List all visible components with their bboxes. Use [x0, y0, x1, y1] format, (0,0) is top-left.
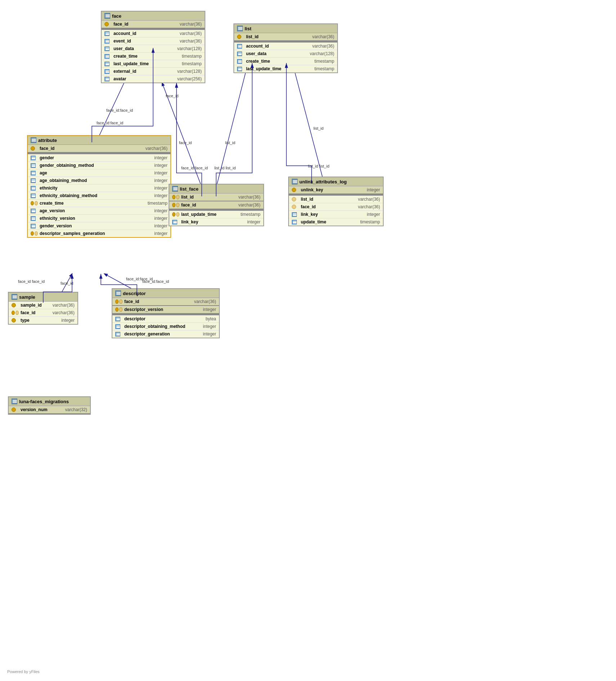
- field-row-list-user-data: user_data varchar(128): [234, 50, 337, 58]
- label-lf-list: list_id list_id: [214, 166, 236, 170]
- field-row-age-obtaining-method: age_obtaining_method integer: [28, 177, 170, 184]
- field-type-version-num: varchar(32): [65, 407, 87, 412]
- field-row-avatar: avatar varchar(256): [102, 75, 205, 83]
- pk-icon: [104, 22, 112, 26]
- field-row-attr-create-time: create_time timestamp: [28, 200, 170, 207]
- table-title-list-face: list_face: [180, 186, 198, 192]
- field-type-desc-face-id: varchar(36): [194, 299, 216, 304]
- field-row-gender-obtaining-method: gender_obtaining_method integer: [28, 162, 170, 169]
- table-icon-list-face: [172, 186, 178, 192]
- pk-icon: [115, 299, 122, 304]
- pk-icon: [172, 203, 179, 207]
- table-list[interactable]: list list_id varchar(36) account_id varc…: [233, 23, 338, 73]
- field-row-last-update-time: last_update_time timestamp: [102, 60, 205, 68]
- table-icon-face: [104, 13, 110, 19]
- table-header-list-face: list_face: [169, 184, 263, 193]
- field-icon: [292, 212, 299, 217]
- table-descriptor[interactable]: descriptor face_id varchar(36) descripto…: [112, 288, 220, 338]
- field-icon: [115, 317, 122, 321]
- field-name-attr-face-id: face_id: [40, 146, 144, 151]
- field-row-ual-link-key: link_key integer: [289, 211, 383, 218]
- field-row-sample-face-id: face_id varchar(36): [9, 309, 77, 317]
- table-header-list: list: [234, 24, 337, 33]
- field-row-user-data: user_data varchar(128): [102, 45, 205, 53]
- field-icon: [104, 62, 112, 66]
- table-attribute[interactable]: attribute face_id varchar(36) gender int…: [27, 135, 171, 238]
- table-sample[interactable]: sample sample_id varchar(36) face_id var…: [8, 292, 78, 325]
- field-icon: [104, 39, 112, 44]
- pk-row-attr-face-id: face_id varchar(36): [28, 145, 170, 153]
- field-name-desc-face-id: face_id: [124, 299, 192, 304]
- pk-icon: [31, 146, 38, 151]
- diagram-canvas: face_id:face_id face_id face_id list_id …: [0, 0, 616, 681]
- field-icon: [12, 311, 19, 315]
- pk-row-list-id: list_id varchar(36): [234, 33, 337, 41]
- svg-text:list_id: list_id: [313, 126, 323, 130]
- field-type-lf-list-id: varchar(36): [238, 195, 260, 200]
- field-row-create-time: create_time timestamp: [102, 53, 205, 60]
- label-lf-face: face_id face_id: [181, 166, 208, 170]
- field-icon: [31, 209, 38, 213]
- table-unlink-attributes-log[interactable]: unlink_attributes_log unlink_key integer…: [288, 177, 384, 226]
- table-migrations[interactable]: luna-faces_migrations version_num varcha…: [8, 396, 91, 415]
- field-name-descriptor-version: descriptor_version: [124, 307, 201, 312]
- svg-text:face_id: face_id: [179, 141, 192, 145]
- field-type-lf-face-id: varchar(36): [238, 202, 260, 208]
- connectors-svg: face_id:face_id face_id face_id list_id …: [0, 0, 616, 681]
- field-row-gender-version: gender_version integer: [28, 222, 170, 230]
- field-icon: [172, 212, 179, 217]
- connector-label-attr-face: face_id:face_id: [97, 121, 123, 125]
- pk-icon: [237, 35, 244, 39]
- svg-text:face_id: face_id: [61, 281, 73, 285]
- table-title-list: list: [245, 26, 251, 31]
- field-icon: [31, 178, 38, 183]
- field-row-sample-id: sample_id varchar(36): [9, 302, 77, 309]
- table-header-descriptor: descriptor: [112, 289, 219, 298]
- pk-row-lf-list-id: list_id varchar(36): [169, 193, 263, 201]
- field-row-event-id: event_id varchar(36): [102, 37, 205, 45]
- field-row-list-last-update-time: last_update_time timestamp: [234, 65, 337, 72]
- field-icon: [115, 324, 122, 329]
- table-header-attribute: attribute: [28, 136, 170, 145]
- label-sample-attr: face_id face_id: [18, 279, 45, 284]
- field-icon: [31, 193, 38, 198]
- field-row-age-version: age_version integer: [28, 207, 170, 215]
- field-icon: [104, 31, 112, 36]
- pk-row-face-id: face_id varchar(36): [102, 21, 205, 28]
- table-list-face[interactable]: list_face list_id varchar(36) face_id va…: [169, 184, 264, 226]
- table-header-face: face: [102, 12, 205, 21]
- field-icon: [292, 205, 299, 209]
- field-name-list-id: list_id: [246, 34, 311, 39]
- field-row-age: age integer: [28, 169, 170, 177]
- table-title-migrations: luna-faces_migrations: [19, 399, 69, 404]
- table-title-descriptor: descriptor: [123, 291, 146, 296]
- field-icon: [104, 69, 112, 74]
- table-title-face: face: [112, 13, 121, 19]
- field-name-lf-face-id: face_id: [181, 202, 237, 208]
- field-row-lf-last-update-time: last_update_time timestamp: [169, 211, 263, 218]
- table-face[interactable]: face face_id varchar(36) account_id varc…: [101, 11, 205, 83]
- label-desc-attr: face_id:face_id: [126, 277, 153, 281]
- table-title-ual: unlink_attributes_log: [299, 179, 347, 184]
- field-row-descriptor-val: descriptor bytea: [112, 315, 219, 323]
- field-row-ethnicity: ethnicity integer: [28, 184, 170, 192]
- table-icon-ual: [292, 179, 298, 184]
- field-icon: [104, 54, 112, 59]
- table-icon-migrations: [12, 399, 17, 404]
- field-type-unlink-key: integer: [367, 187, 380, 192]
- pk-icon: [115, 307, 122, 312]
- pk-icon: [172, 195, 179, 199]
- field-icon: [115, 332, 122, 337]
- field-icon: [292, 197, 299, 201]
- field-row-list-create-time: create_time timestamp: [234, 58, 337, 65]
- field-row-gender: gender integer: [28, 154, 170, 162]
- field-icon: [31, 201, 38, 205]
- table-icon-list: [237, 26, 243, 31]
- field-icon: [31, 216, 38, 221]
- field-row-ual-list-id: list_id varchar(36): [289, 196, 383, 203]
- table-icon-sample: [12, 294, 17, 300]
- field-row-lf-link-key: link_key integer: [169, 218, 263, 226]
- field-icon: [172, 220, 179, 224]
- table-header-sample: sample: [9, 293, 77, 302]
- field-row-ual-update-time: update_time timestamp: [289, 218, 383, 226]
